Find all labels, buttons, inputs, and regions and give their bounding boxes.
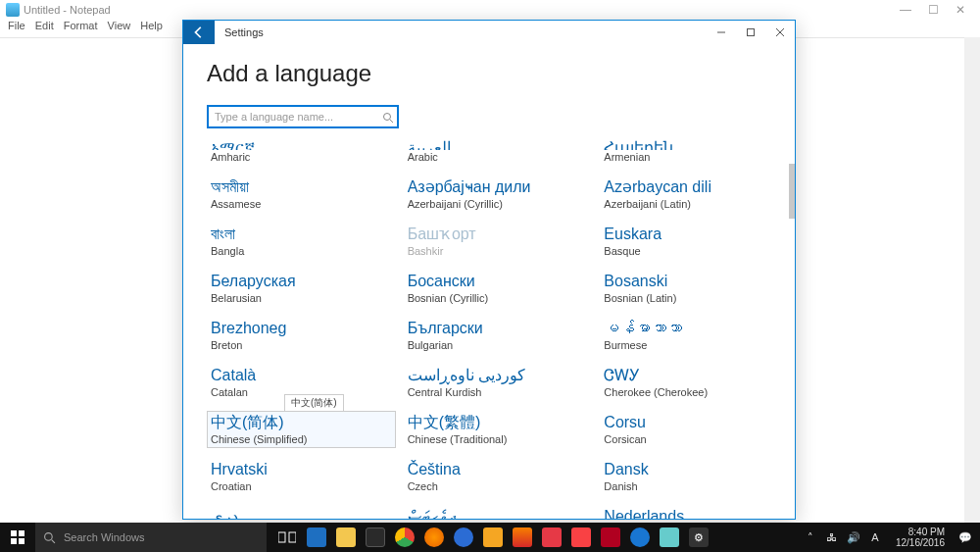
language-list: አማርኛAmharicالعربيةArabicՀայերենArmenianঅ…	[207, 136, 789, 519]
maximize-button[interactable]: ☐	[919, 3, 947, 17]
app-irfanview[interactable]	[537, 523, 566, 552]
search-icon	[43, 531, 56, 544]
task-view-icon	[278, 530, 296, 544]
svg-rect-1	[748, 29, 755, 36]
app-teamviewer[interactable]	[625, 523, 655, 552]
menu-format[interactable]: Format	[64, 20, 98, 37]
task-view-button[interactable]	[272, 523, 302, 552]
menu-view[interactable]: View	[108, 20, 131, 37]
language-item[interactable]: ދިވެހިބަސްDivehi	[404, 505, 593, 519]
notepad-scrollbar[interactable]	[964, 37, 980, 523]
language-native-name: کوردیی ناوەڕاست	[408, 366, 589, 385]
language-native-name: Hrvatski	[211, 460, 392, 479]
language-native-name: Català	[211, 366, 392, 385]
search-icon	[382, 110, 394, 127]
tray-ime-indicator[interactable]: A	[868, 531, 882, 543]
taskbar-apps: ⚙	[272, 523, 713, 552]
menu-file[interactable]: File	[8, 20, 25, 37]
app-edge[interactable]	[302, 523, 331, 552]
tray-volume-icon[interactable]: 🔊	[847, 531, 860, 544]
language-item[interactable]: БеларускаяBelarusian	[207, 270, 396, 307]
app-explorer[interactable]	[331, 523, 361, 552]
language-english-name: Basque	[604, 244, 785, 258]
language-item[interactable]: BrezhonegBreton	[207, 317, 396, 354]
language-item[interactable]: БосанскиBosnian (Cyrillic)	[404, 270, 593, 307]
app-firefox[interactable]	[419, 523, 449, 552]
settings-close-button[interactable]	[765, 21, 795, 44]
language-english-name: Corsican	[604, 432, 785, 446]
settings-maximize-button[interactable]	[736, 21, 765, 44]
start-button[interactable]	[0, 523, 35, 552]
language-item[interactable]: NederlandsDutch	[600, 505, 789, 519]
action-center-icon[interactable]: 💬	[958, 531, 972, 544]
language-english-name: Armenian	[604, 150, 785, 164]
language-item[interactable]: EuskaraBasque	[600, 223, 789, 260]
language-english-name: Bashkir	[408, 244, 589, 258]
language-item[interactable]: 中文(繁體)Chinese (Traditional)	[404, 411, 593, 448]
language-native-name: አማርኛ	[211, 138, 392, 150]
language-item[interactable]: DanskDanish	[600, 458, 789, 495]
language-item[interactable]: ՀայերենArmenian	[600, 136, 789, 166]
tray-network-icon[interactable]: 🖧	[825, 531, 839, 543]
language-english-name: Azerbaijani (Latin)	[604, 197, 785, 211]
language-native-name: Български	[408, 319, 589, 338]
minimize-button[interactable]: —	[892, 3, 919, 17]
language-scrollbar[interactable]	[789, 136, 795, 519]
settings-minimize-button[interactable]	[707, 21, 736, 44]
language-item[interactable]: درىDari	[207, 505, 396, 519]
svg-line-3	[390, 120, 393, 123]
taskbar-clock[interactable]: 8:40 PM 12/16/2016	[890, 527, 951, 548]
language-search-input[interactable]	[207, 105, 399, 128]
tray-chevron-icon[interactable]: ˄	[804, 531, 817, 544]
language-item[interactable]: 中文(简体)Chinese (Simplified)中文(简体)	[207, 411, 396, 448]
language-native-name: Հայերեն	[604, 138, 785, 150]
language-item[interactable]: БашҡортBashkir	[404, 223, 593, 260]
close-button[interactable]: ✕	[947, 3, 974, 17]
app-vlc[interactable]	[508, 523, 537, 552]
language-item[interactable]: CorsuCorsican	[600, 411, 789, 448]
language-item[interactable]: አማርኛAmharic	[207, 136, 396, 166]
app-notepad[interactable]	[655, 523, 684, 552]
language-native-name: Azərbaycan dili	[604, 177, 785, 197]
app-winamp[interactable]	[478, 523, 508, 552]
language-native-name: Euskara	[604, 225, 785, 244]
menu-help[interactable]: Help	[140, 20, 163, 37]
app-thunderbird[interactable]	[449, 523, 478, 552]
language-item[interactable]: HrvatskiCroatian	[207, 458, 396, 495]
taskbar-search[interactable]: Search Windows	[35, 523, 267, 552]
svg-point-8	[45, 532, 53, 540]
language-native-name: ދިވެހިބަސް	[408, 507, 589, 519]
app-chrome[interactable]	[390, 523, 419, 552]
language-item[interactable]: မြန်မာဘာသာBurmese	[600, 317, 789, 354]
language-english-name: Danish	[604, 479, 785, 493]
language-item[interactable]: ᏣᎳᎩCherokee (Cherokee)	[600, 364, 789, 401]
back-button[interactable]	[183, 21, 215, 44]
language-item[interactable]: Azərbaycan diliAzerbaijani (Latin)	[600, 176, 789, 213]
svg-point-2	[384, 114, 391, 121]
language-english-name: Breton	[211, 338, 392, 352]
language-native-name: ᏣᎳᎩ	[604, 366, 785, 385]
settings-title-text: Settings	[215, 21, 707, 44]
language-item[interactable]: کوردیی ناوەڕاستCentral Kurdish	[404, 364, 593, 401]
settings-titlebar: Settings	[183, 21, 795, 44]
language-english-name: Central Kurdish	[408, 385, 589, 399]
app-store[interactable]	[361, 523, 390, 552]
app-xnview[interactable]	[566, 523, 596, 552]
language-item[interactable]: БългарскиBulgarian	[404, 317, 593, 354]
scrollbar-thumb[interactable]	[789, 164, 795, 219]
notepad-title-text: Untitled - Notepad	[24, 4, 111, 16]
notepad-icon	[6, 3, 20, 17]
language-item[interactable]: ČeštinaCzech	[404, 458, 593, 495]
app-filezilla[interactable]	[596, 523, 625, 552]
language-item[interactable]: অসমীয়াAssamese	[207, 176, 396, 213]
language-english-name: Chinese (Traditional)	[408, 432, 589, 446]
language-item[interactable]: العربيةArabic	[404, 136, 593, 166]
app-settings[interactable]: ⚙	[684, 523, 713, 552]
language-item[interactable]: BosanskiBosnian (Latin)	[600, 270, 789, 307]
menu-edit[interactable]: Edit	[35, 20, 54, 37]
language-item[interactable]: Азәрбајҹан дилиAzerbaijani (Cyrillic)	[404, 176, 593, 213]
language-item[interactable]: বাংলাBangla	[207, 223, 396, 260]
language-english-name: Assamese	[211, 197, 392, 211]
svg-rect-6	[11, 538, 17, 544]
svg-line-9	[52, 539, 55, 542]
